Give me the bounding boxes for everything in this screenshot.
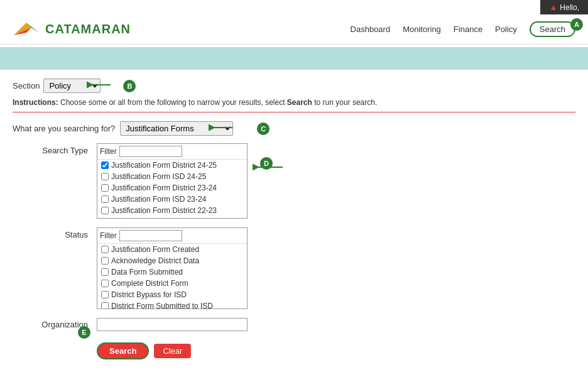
logo-text: CATAMARAN — [45, 22, 131, 36]
search-type-listbox: Filter Justification Form District 24-25… — [97, 143, 248, 219]
status-item-3[interactable]: Complete District Form — [97, 278, 247, 289]
status-check-5[interactable] — [101, 302, 109, 309]
search-type-item-1[interactable]: Justification Form ISD 24-25 — [97, 171, 247, 182]
nav-dashboard[interactable]: Dashboard — [351, 25, 391, 34]
search-type-item-3[interactable]: Justification Form ISD 23-24 — [97, 194, 247, 205]
search-type-item-label-0: Justification Form District 24-25 — [111, 161, 217, 170]
filter-label-1: Filter — [100, 147, 117, 156]
annotation-b-arrow — [87, 79, 112, 91]
search-for-row: What are you searching for? Justificatio… — [13, 121, 575, 136]
search-type-section: Search Type Filter Justification Form Di… — [13, 143, 575, 219]
logo-icon — [13, 19, 40, 39]
search-type-filter-input[interactable] — [119, 146, 182, 157]
instructions-divider — [13, 112, 575, 112]
status-item-label-0: Justification Form Created — [111, 245, 199, 254]
filter-label-2: Filter — [100, 231, 117, 240]
status-section: Status Filter Justification Form Created… — [13, 227, 575, 309]
status-item-label-3: Complete District Form — [111, 279, 188, 288]
search-type-check-0[interactable] — [101, 161, 109, 169]
hello-text: Hello, — [560, 3, 579, 12]
logo-area: CATAMARAN — [13, 19, 131, 39]
annotation-c-arrow — [209, 121, 234, 134]
status-filter-row: Filter — [97, 228, 247, 244]
org-input[interactable] — [97, 318, 248, 331]
status-label: Status — [13, 227, 88, 239]
search-type-item-label-3: Justification Form ISD 23-24 — [111, 195, 206, 204]
nav-finance[interactable]: Finance — [454, 25, 482, 34]
status-check-3[interactable] — [101, 280, 109, 287]
search-type-check-2[interactable] — [101, 184, 109, 192]
status-item-0[interactable]: Justification Form Created — [97, 244, 247, 255]
org-label: Organization — [13, 320, 88, 329]
clear-button[interactable]: Clear — [154, 344, 191, 358]
search-for-label: What are you searching for? — [13, 124, 115, 133]
status-item-label-4: District Bypass for ISD — [111, 290, 187, 299]
search-type-check-4[interactable] — [101, 207, 109, 214]
nav-search[interactable]: Search — [530, 21, 575, 37]
alert-icon: ▲ — [549, 3, 557, 12]
org-section: Organization — [13, 318, 575, 331]
status-check-4[interactable] — [101, 291, 109, 298]
section-row: Section Policy Finance Monitoring B — [13, 79, 575, 93]
nav-monitoring[interactable]: Monitoring — [403, 25, 441, 34]
status-item-label-5: District Form Submitted to ISD — [111, 302, 213, 309]
search-button[interactable]: Search — [97, 342, 149, 359]
buttons-row: E Search Clear — [97, 342, 575, 359]
search-type-item-label-5: Justification Form ISD 22-23 — [111, 217, 206, 219]
annotation-b-badge: B — [123, 80, 136, 92]
nav-policy[interactable]: Policy — [495, 25, 517, 34]
instructions-text: Choose some or all from the following to… — [60, 98, 287, 107]
search-type-check-3[interactable] — [101, 195, 109, 203]
search-type-label: Search Type — [13, 143, 88, 155]
search-type-listbox-container[interactable]: Filter Justification Form District 24-25… — [97, 143, 248, 219]
status-check-0[interactable] — [101, 246, 109, 253]
search-type-item-label-4: Justification Form District 22-23 — [111, 206, 217, 215]
annotation-a-badge: A — [570, 18, 583, 31]
status-item-2[interactable]: Data Form Submitted — [97, 266, 247, 278]
main-content: Section Policy Finance Monitoring B Inst… — [0, 70, 588, 368]
status-item-4[interactable]: District Bypass for ISD — [97, 289, 247, 300]
annotation-e-badge: E — [78, 326, 90, 339]
status-item-label-2: Data Form Submitted — [111, 268, 183, 276]
annotation-d-arrow — [253, 161, 284, 173]
search-type-item-5[interactable]: Justification Form ISD 22-23 — [97, 216, 247, 219]
teal-banner — [0, 47, 588, 70]
status-item-label-1: Acknowledge District Data — [111, 256, 199, 265]
status-filter-input[interactable] — [119, 230, 182, 241]
hello-bar: ▲ Hello, — [540, 0, 588, 14]
nav-area: Dashboard Monitoring Finance Policy Sear… — [351, 25, 575, 34]
status-item-5[interactable]: District Form Submitted to ISD — [97, 300, 247, 309]
instructions-row: Instructions: Choose some or all from th… — [13, 98, 575, 107]
status-check-2[interactable] — [101, 268, 109, 276]
search-type-item-label-1: Justification Form ISD 24-25 — [111, 172, 206, 181]
nav-search-wrap: Search A — [530, 25, 575, 34]
search-type-item-2[interactable]: Justification Form District 23-24 — [97, 182, 247, 194]
search-type-item-4[interactable]: Justification Form District 22-23 — [97, 205, 247, 216]
search-type-check-1[interactable] — [101, 173, 109, 180]
status-item-1[interactable]: Acknowledge District Data — [97, 255, 247, 266]
header: CATAMARAN Dashboard Monitoring Finance P… — [0, 14, 588, 45]
search-type-item-0[interactable]: Justification Form District 24-25 — [97, 160, 247, 171]
status-listbox-container[interactable]: Filter Justification Form Created Acknow… — [97, 227, 248, 309]
search-type-filter-row: Filter — [97, 144, 247, 160]
instructions-prefix: Instructions: — [13, 98, 58, 107]
section-label: Section — [13, 81, 40, 90]
status-check-1[interactable] — [101, 257, 109, 265]
instructions-suffix: to run your search. — [314, 98, 377, 107]
annotation-c-badge: C — [257, 123, 270, 135]
instructions-bold: Search — [287, 98, 312, 107]
search-type-check-5[interactable] — [101, 218, 109, 219]
search-type-item-label-2: Justification Form District 23-24 — [111, 183, 217, 192]
